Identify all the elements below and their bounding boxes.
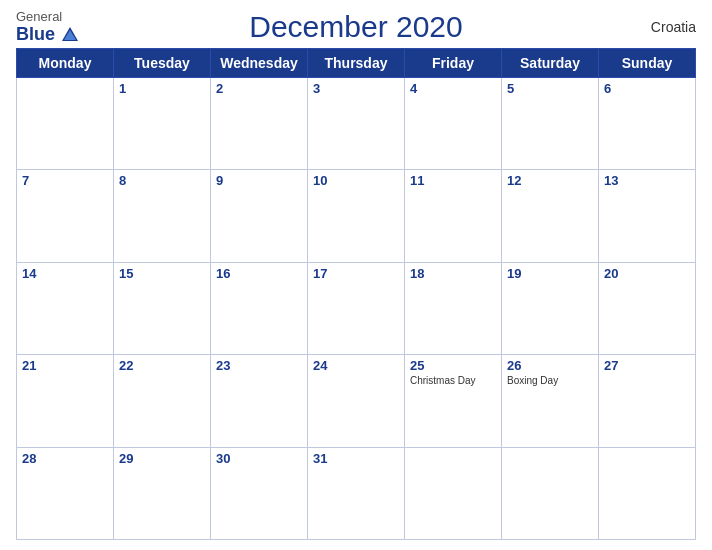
calendar-cell: 3 [308,78,405,170]
calendar-cell: 25Christmas Day [405,355,502,447]
day-number: 15 [119,266,205,281]
weekday-wednesday: Wednesday [211,49,308,78]
calendar-cell: 1 [114,78,211,170]
calendar-week-row: 2122232425Christmas Day26Boxing Day27 [17,355,696,447]
calendar-cell: 7 [17,170,114,262]
calendar-cell: 18 [405,262,502,354]
weekday-monday: Monday [17,49,114,78]
logo: General Blue [16,10,106,44]
day-number: 19 [507,266,593,281]
calendar-cell: 14 [17,262,114,354]
calendar-week-row: 28293031 [17,447,696,539]
calendar-cell [17,78,114,170]
day-number: 13 [604,173,690,188]
day-number: 31 [313,451,399,466]
calendar-title: December 2020 [106,10,606,44]
calendar-cell [502,447,599,539]
day-number: 8 [119,173,205,188]
day-number: 18 [410,266,496,281]
calendar-cell: 31 [308,447,405,539]
day-number: 30 [216,451,302,466]
holiday-label: Boxing Day [507,375,593,386]
calendar-cell: 21 [17,355,114,447]
country-label: Croatia [606,19,696,35]
calendar-cell: 29 [114,447,211,539]
day-number: 4 [410,81,496,96]
weekday-tuesday: Tuesday [114,49,211,78]
page-header: General Blue December 2020 Croatia [16,10,696,44]
calendar-table: Monday Tuesday Wednesday Thursday Friday… [16,48,696,540]
calendar-cell: 20 [599,262,696,354]
day-number: 17 [313,266,399,281]
day-number: 6 [604,81,690,96]
day-number: 9 [216,173,302,188]
calendar-cell: 8 [114,170,211,262]
calendar-cell [599,447,696,539]
logo-general-text: General [16,10,62,24]
calendar-cell: 26Boxing Day [502,355,599,447]
day-number: 11 [410,173,496,188]
day-number: 14 [22,266,108,281]
calendar-cell: 15 [114,262,211,354]
day-number: 10 [313,173,399,188]
calendar-cell: 23 [211,355,308,447]
day-number: 3 [313,81,399,96]
day-number: 27 [604,358,690,373]
day-number: 12 [507,173,593,188]
calendar-cell: 19 [502,262,599,354]
calendar-cell: 30 [211,447,308,539]
calendar-week-row: 123456 [17,78,696,170]
calendar-cell: 10 [308,170,405,262]
calendar-cell: 24 [308,355,405,447]
calendar-cell: 5 [502,78,599,170]
calendar-cell: 12 [502,170,599,262]
calendar-cell: 9 [211,170,308,262]
day-number: 22 [119,358,205,373]
calendar-cell: 22 [114,355,211,447]
day-number: 24 [313,358,399,373]
day-number: 25 [410,358,496,373]
weekday-header-row: Monday Tuesday Wednesday Thursday Friday… [17,49,696,78]
calendar-cell: 17 [308,262,405,354]
calendar-cell: 11 [405,170,502,262]
calendar-cell: 4 [405,78,502,170]
calendar-cell: 2 [211,78,308,170]
weekday-thursday: Thursday [308,49,405,78]
day-number: 7 [22,173,108,188]
holiday-label: Christmas Day [410,375,496,386]
logo-icon [61,26,79,44]
day-number: 21 [22,358,108,373]
calendar-cell [405,447,502,539]
weekday-sunday: Sunday [599,49,696,78]
weekday-saturday: Saturday [502,49,599,78]
day-number: 23 [216,358,302,373]
day-number: 16 [216,266,302,281]
calendar-cell: 6 [599,78,696,170]
day-number: 28 [22,451,108,466]
day-number: 20 [604,266,690,281]
day-number: 1 [119,81,205,96]
calendar-cell: 16 [211,262,308,354]
weekday-friday: Friday [405,49,502,78]
calendar-cell: 27 [599,355,696,447]
day-number: 5 [507,81,593,96]
day-number: 2 [216,81,302,96]
calendar-week-row: 14151617181920 [17,262,696,354]
calendar-cell: 13 [599,170,696,262]
logo-blue-text: Blue [16,25,79,44]
day-number: 29 [119,451,205,466]
day-number: 26 [507,358,593,373]
calendar-cell: 28 [17,447,114,539]
calendar-week-row: 78910111213 [17,170,696,262]
